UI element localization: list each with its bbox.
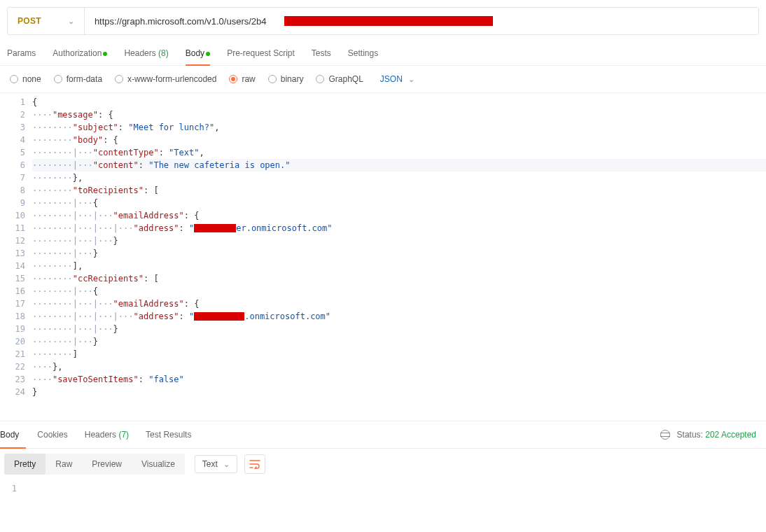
tab-headers[interactable]: Headers (8)	[124, 48, 168, 65]
tab-prerequest[interactable]: Pre-request Script	[227, 48, 295, 65]
radio-graphql-label: GraphQL	[328, 74, 363, 84]
status-value: 202 Accepted	[705, 430, 756, 440]
line-gutter: 123456789101112131415161718192021222324	[0, 93, 32, 401]
body-format-select[interactable]: JSON ⌄	[380, 74, 415, 84]
radio-raw-label: raw	[242, 74, 255, 84]
radio-binary-label: binary	[281, 74, 304, 84]
status-area: Status: 202 Accepted	[660, 430, 762, 440]
response-tabs: Body Cookies Headers (7) Test Results St…	[0, 421, 766, 449]
view-visualize[interactable]: Visualize	[132, 454, 185, 475]
tab-authorization[interactable]: Authorization	[53, 48, 107, 65]
tab-headers-label: Headers	[124, 48, 155, 58]
resp-headers-count: (7)	[118, 430, 129, 440]
response-body-editor[interactable]: 1	[0, 479, 766, 498]
resp-headers-label: Headers	[85, 430, 116, 440]
redaction-bar	[284, 16, 493, 26]
request-bar: POST ⌄	[7, 7, 759, 35]
view-raw[interactable]: Raw	[46, 454, 82, 475]
resp-code-area[interactable]	[24, 479, 766, 498]
tab-settings[interactable]: Settings	[348, 48, 378, 65]
radio-xwww[interactable]: x-www-form-urlencoded	[115, 74, 216, 84]
tab-headers-count: (8)	[158, 48, 169, 58]
body-options-row: none form-data x-www-form-urlencoded raw…	[0, 66, 766, 93]
radio-graphql[interactable]: GraphQL	[316, 74, 363, 84]
chevron-down-icon: ⌄	[223, 460, 230, 469]
response-format-select[interactable]: Text ⌄	[195, 455, 237, 473]
resp-tab-headers[interactable]: Headers (7)	[76, 421, 137, 448]
radio-formdata-label: form-data	[67, 74, 102, 84]
radio-xwww-label: x-www-form-urlencoded	[127, 74, 216, 84]
tab-tests[interactable]: Tests	[312, 48, 331, 65]
wrap-lines-button[interactable]	[244, 454, 265, 474]
http-method-select[interactable]: POST ⌄	[8, 8, 85, 34]
wrap-icon	[249, 459, 260, 469]
resp-tab-body[interactable]: Body	[0, 421, 29, 448]
chevron-down-icon: ⌄	[68, 17, 74, 26]
radio-formdata[interactable]: form-data	[54, 74, 102, 84]
radio-raw[interactable]: raw	[229, 74, 255, 84]
tab-body-label: Body	[186, 48, 204, 58]
request-tabs: Params Authorization Headers (8) Body Pr…	[0, 41, 766, 66]
dot-icon	[206, 52, 210, 56]
redaction-bar	[194, 312, 244, 321]
code-area[interactable]: { ····"message": { ········"subject": "M…	[32, 93, 766, 401]
redaction-bar	[194, 224, 236, 232]
url-wrap	[85, 8, 758, 34]
radio-none[interactable]: none	[10, 74, 41, 84]
dot-icon	[103, 52, 107, 56]
status-label: Status:	[677, 430, 703, 440]
response-toolbar: Pretty Raw Preview Visualize Text ⌄	[0, 449, 766, 479]
radio-none-label: none	[22, 74, 41, 84]
response-format-label: Text	[202, 459, 218, 469]
chevron-down-icon: ⌄	[408, 75, 415, 84]
http-method-label: POST	[18, 16, 41, 26]
resp-tab-testresults[interactable]: Test Results	[137, 421, 200, 448]
radio-binary[interactable]: binary	[268, 74, 304, 84]
response-view-segment: Pretty Raw Preview Visualize	[4, 454, 185, 475]
request-body-editor[interactable]: 123456789101112131415161718192021222324 …	[0, 93, 766, 401]
view-pretty[interactable]: Pretty	[4, 454, 46, 475]
view-preview[interactable]: Preview	[82, 454, 132, 475]
tab-body[interactable]: Body	[186, 48, 210, 65]
tab-auth-label: Authorization	[53, 48, 102, 58]
resp-line-gutter: 1	[0, 479, 24, 498]
body-format-label: JSON	[380, 74, 403, 84]
resp-tab-cookies[interactable]: Cookies	[29, 421, 76, 448]
tab-params[interactable]: Params	[7, 48, 36, 65]
globe-icon	[660, 430, 670, 440]
